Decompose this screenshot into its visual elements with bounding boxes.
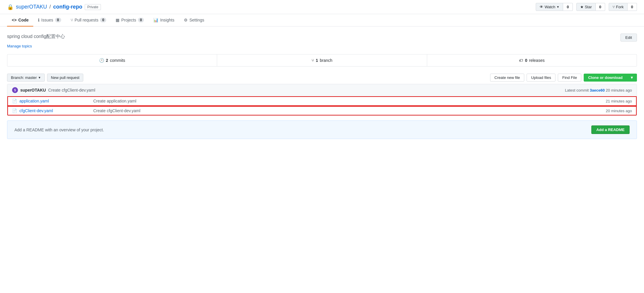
watch-chevron: ▼ [557,5,560,9]
repo-name[interactable]: config-repo [53,4,82,10]
clone-or-download-button[interactable]: Clone or download [584,74,627,82]
commit-header-left: S superOTAKU Create cfgClient-dev.yaml [12,87,95,93]
repo-title: 🔒 superOTAKU / config-repo Private [7,4,101,10]
issues-badge: 0 [55,18,61,22]
commit-hash[interactable]: 3aece60 [590,88,605,92]
file-row: 📄 cfgClient-dev.yaml Create cfgClient-de… [7,106,637,115]
tab-settings-label: Settings [189,18,204,22]
fork-icon: ⑂ [613,5,615,9]
tab-code-label: Code [18,18,29,22]
branches-icon: ⑂ [312,58,314,63]
branches-count: 1 [316,58,318,63]
find-file-button[interactable]: Find File [558,74,581,82]
page-header: 🔒 superOTAKU / config-repo Private 👁 Wat… [0,0,644,14]
new-pull-request-button[interactable]: New pull request [47,74,83,82]
clone-dropdown-button[interactable]: ▼ [627,74,637,82]
star-count[interactable]: 0 [596,3,605,11]
file-link[interactable]: application.yaml [19,99,49,103]
watch-label: Watch [545,5,555,9]
title-separator: / [49,4,51,10]
branch-chevron: ▼ [38,76,41,79]
commit-user[interactable]: superOTAKU [20,88,46,92]
releases-label: releases [529,58,545,63]
branch-selector[interactable]: Branch: master ▼ [7,74,45,82]
file-time-col: 20 minutes ago [591,109,632,113]
clone-chevron: ▼ [630,75,634,80]
pr-icon: ⑂ [71,18,73,22]
commits-label: commits [110,58,125,63]
file-name-col: 📄 application.yaml [12,99,89,103]
tab-issues[interactable]: ℹ Issues 0 [33,14,66,27]
tab-pr-label: Pull requests [75,18,99,22]
latest-commit-label: Latest commit [565,88,589,92]
clone-group: Clone or download ▼ [584,74,637,82]
commits-count: 2 [106,58,108,63]
releases-count: 0 [525,58,527,63]
branch-label: Branch: master [11,75,37,80]
repo-description: spring cloud config配置中心 Edit [7,34,637,42]
commits-stat[interactable]: 🕐 2 commits [7,54,217,66]
tab-insights-label: Insights [160,18,174,22]
file-name-col: 📄 cfgClient-dev.yaml [12,108,89,113]
file-icon: 📄 [12,99,17,103]
eye-icon: 👁 [540,5,543,9]
file-toolbar: Branch: master ▼ New pull request Create… [7,71,637,84]
file-link[interactable]: cfgClient-dev.yaml [19,108,53,113]
tab-pull-requests[interactable]: ⑂ Pull requests 0 [66,14,111,27]
star-group: ★ Star 0 [576,3,605,11]
upload-files-button[interactable]: Upload files [527,74,555,82]
branches-stat[interactable]: ⑂ 1 branch [217,54,427,66]
releases-icon: 🏷 [519,58,523,63]
readme-banner-text: Add a README with an overview of your pr… [14,128,104,132]
issues-icon: ℹ [38,18,39,22]
commits-icon: 🕐 [99,58,104,63]
manage-topics-link[interactable]: Manage topics [7,44,637,48]
tab-code[interactable]: <> Code [7,14,33,27]
watch-count[interactable]: 0 [563,3,573,11]
watch-group: 👁 Watch ▼ 0 [536,3,573,11]
file-commit-col: Create cfgClient-dev.yaml [89,108,591,113]
tab-insights[interactable]: 📊 Insights [149,14,179,27]
releases-stat[interactable]: 🏷 0 releases [427,54,637,66]
file-time-col: 21 minutes ago [591,99,632,103]
readme-banner: Add a README with an overview of your pr… [7,120,637,139]
commit-message: Create cfgClient-dev.yaml [48,88,95,92]
private-badge: Private [85,4,101,10]
fork-button[interactable]: ⑂ Fork [609,3,628,11]
fork-group: ⑂ Fork 0 [609,3,637,11]
nav-tabs: <> Code ℹ Issues 0 ⑂ Pull requests 0 ▦ P… [0,14,644,27]
file-table: S superOTAKU Create cfgClient-dev.yaml L… [7,84,637,116]
add-readme-button[interactable]: Add a README [591,125,630,134]
repo-owner[interactable]: superOTAKU [16,4,47,10]
toolbar-left: Branch: master ▼ New pull request [7,74,83,82]
tab-settings[interactable]: ⚙ Settings [179,14,209,27]
projects-icon: ▦ [116,18,119,22]
user-avatar: S [12,87,18,93]
toolbar-right: Create new file Upload files Find File C… [490,74,637,82]
file-icon: 📄 [12,108,17,113]
branches-label: branch [320,58,332,63]
stats-bar: 🕐 2 commits ⑂ 1 branch 🏷 0 releases [7,54,637,67]
pr-badge: 0 [100,18,106,22]
file-commit-col: Create application.yaml [89,99,591,103]
lock-icon: 🔒 [7,4,14,10]
tab-projects[interactable]: ▦ Projects 0 [111,14,149,27]
insights-icon: 📊 [153,18,158,22]
tab-projects-label: Projects [121,18,136,22]
file-row: 📄 application.yaml Create application.ya… [7,96,637,106]
projects-badge: 0 [138,18,144,22]
star-label: Star [585,5,592,9]
tab-issues-label: Issues [41,18,53,22]
star-icon: ★ [580,5,584,9]
repo-desc-text: spring cloud config配置中心 [7,34,65,40]
fork-label: Fork [616,5,624,9]
commit-meta: Latest commit 3aece60 20 minutes ago [565,88,632,92]
watch-button[interactable]: 👁 Watch ▼ [536,3,563,11]
fork-count[interactable]: 0 [628,3,637,11]
create-new-file-button[interactable]: Create new file [490,74,525,82]
code-icon: <> [12,18,16,22]
header-actions: 👁 Watch ▼ 0 ★ Star 0 ⑂ Fork 0 [533,3,637,11]
settings-icon: ⚙ [184,18,188,22]
edit-description-button[interactable]: Edit [620,34,637,42]
star-button[interactable]: ★ Star [576,3,596,11]
